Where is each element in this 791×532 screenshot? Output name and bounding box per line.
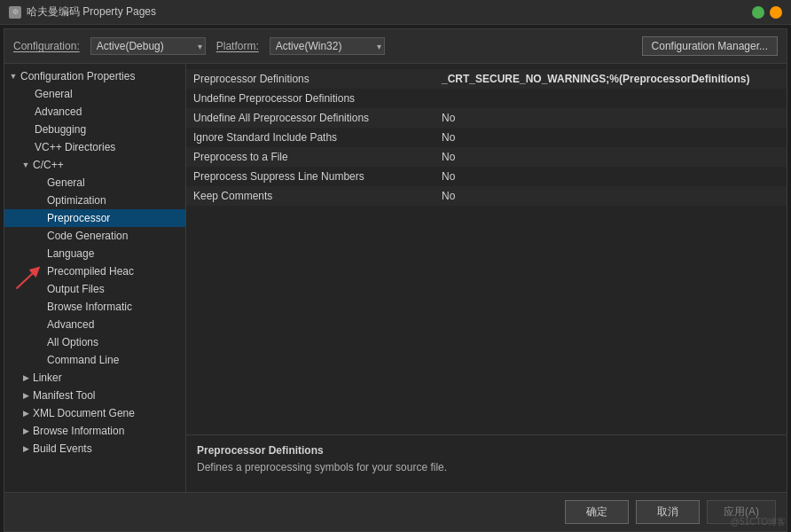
- tree-arrow-advanced1: [20, 106, 33, 117]
- tree-item-optimization[interactable]: Optimization: [4, 192, 185, 209]
- property-row-2[interactable]: Undefine All Preprocessor DefinitionsNo: [186, 108, 787, 128]
- button-bar: 确定 取消 应用(A): [4, 492, 787, 531]
- property-table: Preprocessor Definitions_CRT_SECURE_NO_W…: [186, 64, 787, 434]
- tree-arrow-xml-document: [20, 408, 31, 419]
- tree-label-cpp: C/C++: [33, 159, 64, 171]
- app-icon: ⚙: [9, 6, 21, 19]
- tree-arrow-linker: [20, 372, 31, 383]
- tree-label-build-events: Build Events: [33, 442, 92, 455]
- tree-item-code-generation[interactable]: Code Generation: [4, 227, 185, 245]
- tree-panel: Configuration PropertiesGeneralAdvancedD…: [4, 64, 186, 492]
- content-area: Configuration PropertiesGeneralAdvancedD…: [4, 64, 787, 492]
- tree-item-general2[interactable]: General: [4, 174, 185, 192]
- tree-label-optimization: Optimization: [47, 194, 106, 207]
- configuration-select-wrapper[interactable]: Active(Debug): [90, 37, 206, 55]
- prop-value-4: No: [442, 151, 779, 163]
- tree-label-xml-document: XML Document Gene: [33, 407, 135, 419]
- platform-select-wrapper[interactable]: Active(Win32): [270, 37, 385, 55]
- prop-value-0: _CRT_SECURE_NO_WARNINGS;%(PreprocessorDe…: [442, 73, 779, 85]
- tree-item-general1[interactable]: General: [4, 85, 185, 103]
- property-row-1[interactable]: Undefine Preprocessor Definitions: [186, 89, 787, 108]
- tree-item-linker[interactable]: Linker: [4, 369, 185, 387]
- tree-item-build-events[interactable]: Build Events: [4, 440, 185, 458]
- configuration-select[interactable]: Active(Debug): [90, 37, 206, 55]
- titlebar: ⚙ 哈夫曼编码 Property Pages: [0, 0, 791, 25]
- property-row-4[interactable]: Preprocess to a FileNo: [186, 147, 787, 167]
- tree-label-language: Language: [47, 247, 94, 260]
- tree-item-command-line[interactable]: Command Line: [4, 351, 185, 369]
- tree-item-output-files[interactable]: Output Files: [4, 280, 185, 298]
- tree-item-precompiled-headers[interactable]: Precompiled Heac: [4, 262, 185, 280]
- tree-arrow-command-line: [33, 355, 45, 365]
- tree-label-advanced1: Advanced: [35, 106, 82, 118]
- description-text: Defines a preprocessing symbols for your…: [197, 460, 776, 475]
- tree-label-browse-information2: Browse Informatic: [47, 301, 132, 313]
- tree-arrow-general2: [33, 177, 45, 188]
- property-panel: Preprocessor Definitions_CRT_SECURE_NO_W…: [186, 64, 787, 492]
- tree-arrow-language: [33, 248, 45, 259]
- prop-value-5: No: [442, 170, 779, 183]
- config-bar: Configuration: Active(Debug) Platform: A…: [4, 29, 787, 64]
- tree-label-manifest-tool: Manifest Tool: [33, 389, 95, 402]
- configuration-label: Configuration:: [13, 40, 80, 52]
- tree-arrow-vc-directories: [20, 142, 33, 153]
- tree-item-browse-information2[interactable]: Browse Informatic: [4, 298, 185, 316]
- tree-arrow-debugging: [20, 124, 33, 135]
- tree-item-cpp[interactable]: C/C++: [4, 156, 185, 174]
- tree-item-advanced2[interactable]: Advanced: [4, 316, 185, 333]
- property-pages-dialog: Configuration: Active(Debug) Platform: A…: [4, 28, 787, 532]
- tree-label-config-properties: Configuration Properties: [20, 70, 135, 82]
- tree-item-vc-directories[interactable]: VC++ Directories: [4, 138, 185, 156]
- tree-arrow-preprocessor: [33, 213, 45, 223]
- titlebar-controls: [752, 6, 782, 19]
- tree-arrow-all-options: [33, 337, 45, 348]
- tree-item-debugging[interactable]: Debugging: [4, 121, 185, 138]
- tree-arrow-browse-information2: [33, 301, 45, 312]
- tree-label-general2: General: [47, 176, 85, 189]
- confirm-button[interactable]: 确定: [565, 500, 629, 524]
- prop-value-3: No: [442, 131, 779, 144]
- property-row-0[interactable]: Preprocessor Definitions_CRT_SECURE_NO_W…: [186, 69, 787, 89]
- tree-item-advanced1[interactable]: Advanced: [4, 103, 185, 121]
- prop-name-3: Ignore Standard Include Paths: [193, 131, 442, 144]
- property-row-3[interactable]: Ignore Standard Include PathsNo: [186, 128, 787, 147]
- prop-name-2: Undefine All Preprocessor Definitions: [193, 112, 442, 124]
- tree-label-all-options: All Options: [47, 336, 98, 348]
- cancel-button[interactable]: 取消: [636, 500, 700, 524]
- tree-arrow-build-events: [20, 443, 31, 454]
- tree-item-preprocessor[interactable]: Preprocessor: [4, 209, 185, 227]
- tree-label-linker: Linker: [33, 372, 62, 384]
- window-title: 哈夫曼编码 Property Pages: [27, 4, 156, 20]
- prop-name-4: Preprocess to a File: [193, 151, 442, 163]
- close-button[interactable]: [770, 6, 782, 19]
- tree-arrow-cpp: [20, 160, 31, 170]
- prop-name-0: Preprocessor Definitions: [193, 73, 442, 85]
- property-row-6[interactable]: Keep CommentsNo: [186, 186, 787, 206]
- platform-label: Platform:: [216, 40, 259, 52]
- tree-arrow-advanced2: [33, 319, 45, 330]
- tree-item-manifest-tool[interactable]: Manifest Tool: [4, 387, 185, 404]
- description-area: Preprocessor Definitions Defines a prepr…: [186, 434, 787, 492]
- prop-value-6: No: [442, 190, 779, 202]
- tree-arrow-manifest-tool: [20, 390, 31, 401]
- minimize-button[interactable]: [752, 6, 764, 19]
- platform-select[interactable]: Active(Win32): [270, 37, 385, 55]
- tree-item-all-options[interactable]: All Options: [4, 333, 185, 351]
- prop-name-5: Preprocess Suppress Line Numbers: [193, 170, 442, 183]
- tree-label-advanced2: Advanced: [47, 318, 94, 331]
- tree-item-xml-document[interactable]: XML Document Gene: [4, 404, 185, 422]
- prop-value-2: No: [442, 112, 779, 124]
- tree-arrow-code-generation: [33, 231, 45, 241]
- tree-label-debugging: Debugging: [35, 123, 86, 136]
- tree-label-command-line: Command Line: [47, 354, 119, 366]
- tree-arrow-output-files: [33, 284, 45, 294]
- property-row-5[interactable]: Preprocess Suppress Line NumbersNo: [186, 167, 787, 186]
- tree-item-language[interactable]: Language: [4, 245, 185, 262]
- tree-arrow-browse-information: [20, 426, 31, 436]
- tree-arrow-precompiled-headers: [33, 266, 45, 277]
- configuration-manager-button[interactable]: Configuration Manager...: [642, 36, 778, 56]
- apply-button[interactable]: 应用(A): [707, 500, 776, 524]
- tree-label-preprocessor: Preprocessor: [47, 212, 110, 224]
- tree-item-browse-information[interactable]: Browse Information: [4, 422, 185, 440]
- tree-item-config-properties[interactable]: Configuration Properties: [4, 67, 185, 85]
